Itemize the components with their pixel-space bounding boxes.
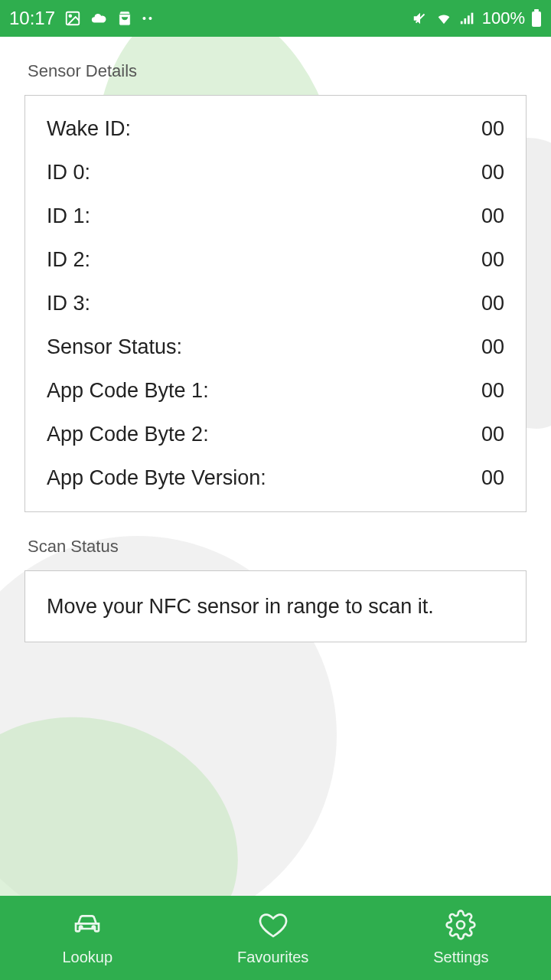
row-label: Wake ID: xyxy=(47,117,131,141)
row-label: ID 0: xyxy=(47,161,90,185)
car-icon xyxy=(72,910,103,944)
battery-icon xyxy=(531,9,542,28)
shopping-bag-icon xyxy=(116,10,133,27)
nav-settings[interactable]: Settings xyxy=(433,910,488,966)
row-label: Sensor Status: xyxy=(47,335,182,359)
wifi-icon xyxy=(435,10,453,27)
row-label: ID 2: xyxy=(47,248,90,272)
sensor-details-label: Sensor Details xyxy=(28,61,527,81)
svg-rect-8 xyxy=(534,9,539,11)
svg-rect-5 xyxy=(468,15,470,24)
nav-lookup[interactable]: Lookup xyxy=(62,910,112,966)
svg-rect-7 xyxy=(532,11,541,27)
sensor-row: Wake ID: 00 xyxy=(47,117,504,141)
svg-point-9 xyxy=(80,926,82,929)
mute-icon xyxy=(412,10,429,27)
row-value: 00 xyxy=(481,204,504,228)
row-value: 00 xyxy=(481,423,504,446)
row-label: ID 1: xyxy=(47,204,90,228)
nav-label: Lookup xyxy=(62,949,112,966)
svg-rect-6 xyxy=(471,13,473,24)
scan-status-card: Move your NFC sensor in range to scan it… xyxy=(24,570,527,642)
row-value: 00 xyxy=(481,379,504,403)
svg-point-1 xyxy=(69,15,71,17)
sensor-row: ID 0: 00 xyxy=(47,161,504,185)
svg-point-10 xyxy=(93,926,95,929)
row-label: ID 3: xyxy=(47,292,90,315)
image-icon xyxy=(64,10,81,27)
heart-icon xyxy=(258,910,289,944)
sensor-row: ID 1: 00 xyxy=(47,204,504,228)
battery-percentage: 100% xyxy=(482,8,525,28)
row-value: 00 xyxy=(481,466,504,490)
scan-status-label: Scan Status xyxy=(28,537,527,557)
sensor-details-card: Wake ID: 00 ID 0: 00 ID 1: 00 ID 2: 00 I… xyxy=(24,95,527,512)
sensor-row: ID 2: 00 xyxy=(47,248,504,272)
nav-favourites[interactable]: Favourites xyxy=(237,910,308,966)
nav-label: Settings xyxy=(433,949,488,966)
cloud-icon xyxy=(90,10,107,27)
sensor-row: Sensor Status: 00 xyxy=(47,335,504,359)
row-label: App Code Byte 2: xyxy=(47,423,209,446)
row-value: 00 xyxy=(481,161,504,185)
status-time: 10:17 xyxy=(9,8,55,29)
row-value: 00 xyxy=(481,117,504,141)
svg-rect-3 xyxy=(461,21,463,24)
sensor-row: App Code Byte 2: 00 xyxy=(47,423,504,446)
row-value: 00 xyxy=(481,335,504,359)
scan-status-text: Move your NFC sensor in range to scan it… xyxy=(47,593,504,620)
row-value: 00 xyxy=(481,292,504,315)
status-bar: 10:17 •• 100% xyxy=(0,0,551,37)
bottom-nav: Lookup Favourites Settings xyxy=(0,896,551,980)
sensor-row: App Code Byte Version: 00 xyxy=(47,466,504,490)
svg-rect-4 xyxy=(464,18,466,24)
row-label: App Code Byte Version: xyxy=(47,466,266,490)
sensor-row: ID 3: 00 xyxy=(47,292,504,315)
nav-label: Favourites xyxy=(237,949,308,966)
more-icon: •• xyxy=(142,12,155,24)
gear-icon xyxy=(445,910,476,944)
svg-point-11 xyxy=(457,921,465,929)
row-value: 00 xyxy=(481,248,504,272)
main-content: Sensor Details Wake ID: 00 ID 0: 00 ID 1… xyxy=(0,37,551,896)
row-label: App Code Byte 1: xyxy=(47,379,209,403)
sensor-row: App Code Byte 1: 00 xyxy=(47,379,504,403)
signal-icon xyxy=(459,10,476,27)
